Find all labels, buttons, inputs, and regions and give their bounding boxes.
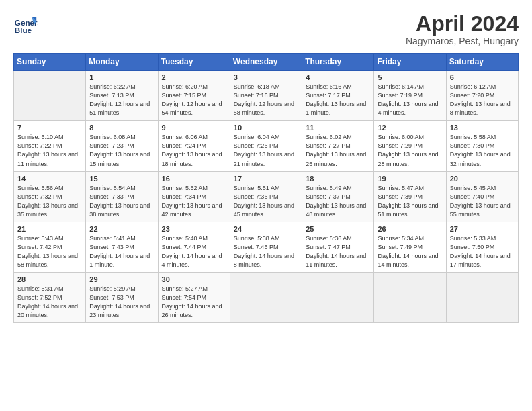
day-info: Sunrise: 5:45 AMSunset: 7:40 PMDaylight:… [450,185,511,218]
day-number: 13 [450,124,515,132]
calendar-cell: 20 Sunrise: 5:45 AMSunset: 7:40 PMDaylig… [446,171,518,222]
day-info: Sunrise: 5:34 AMSunset: 7:49 PMDaylight:… [378,235,438,268]
calendar-cell: 6 Sunrise: 6:12 AMSunset: 7:20 PMDayligh… [446,71,518,121]
day-number: 28 [17,275,82,283]
logo: General Blue [13,12,38,36]
day-info: Sunrise: 5:58 AMSunset: 7:30 PMDaylight:… [450,134,511,167]
calendar-week-1: 7 Sunrise: 6:10 AMSunset: 7:22 PMDayligh… [14,121,519,171]
calendar-week-3: 21 Sunrise: 5:43 AMSunset: 7:42 PMDaylig… [14,222,519,272]
col-friday: Friday [374,54,446,71]
day-number: 30 [162,275,226,283]
month-title: April 2024 [406,12,519,36]
day-info: Sunrise: 5:31 AMSunset: 7:52 PMDaylight:… [17,285,78,318]
day-info: Sunrise: 6:20 AMSunset: 7:15 PMDaylight:… [162,83,222,116]
day-number: 25 [306,225,370,233]
day-number: 22 [89,225,154,233]
calendar-cell: 9 Sunrise: 6:06 AMSunset: 7:24 PMDayligh… [158,121,230,171]
calendar-cell: 27 Sunrise: 5:33 AMSunset: 7:50 PMDaylig… [446,222,518,272]
calendar-cell: 15 Sunrise: 5:54 AMSunset: 7:33 PMDaylig… [86,171,158,222]
day-number: 27 [450,225,515,233]
day-info: Sunrise: 6:16 AMSunset: 7:17 PMDaylight:… [306,83,366,116]
col-thursday: Thursday [302,54,374,71]
day-number: 1 [89,73,154,81]
day-number: 14 [17,175,82,183]
day-number: 2 [162,73,226,81]
calendar-week-2: 14 Sunrise: 5:56 AMSunset: 7:32 PMDaylig… [14,171,519,222]
calendar-cell: 23 Sunrise: 5:40 AMSunset: 7:44 PMDaylig… [158,222,230,272]
subtitle: Nagymaros, Pest, Hungary [406,36,519,46]
calendar-cell: 13 Sunrise: 5:58 AMSunset: 7:30 PMDaylig… [446,121,518,171]
calendar-week-0: 1 Sunrise: 6:22 AMSunset: 7:13 PMDayligh… [14,71,519,121]
calendar-cell: 19 Sunrise: 5:47 AMSunset: 7:39 PMDaylig… [374,171,446,222]
calendar-cell [446,272,518,322]
calendar-cell: 22 Sunrise: 5:41 AMSunset: 7:43 PMDaylig… [86,222,158,272]
day-number: 21 [17,225,82,233]
day-number: 3 [234,73,298,81]
day-info: Sunrise: 5:41 AMSunset: 7:43 PMDaylight:… [89,235,150,268]
day-number: 9 [162,124,226,132]
day-info: Sunrise: 6:10 AMSunset: 7:22 PMDaylight:… [17,134,78,167]
day-info: Sunrise: 5:36 AMSunset: 7:47 PMDaylight:… [306,235,366,268]
day-info: Sunrise: 6:22 AMSunset: 7:13 PMDaylight:… [89,83,150,116]
day-info: Sunrise: 5:33 AMSunset: 7:50 PMDaylight:… [450,235,511,268]
day-info: Sunrise: 5:43 AMSunset: 7:42 PMDaylight:… [17,235,78,268]
day-number: 29 [89,275,154,283]
logo-icon: General Blue [13,12,38,36]
day-info: Sunrise: 6:12 AMSunset: 7:20 PMDaylight:… [450,83,511,116]
calendar-cell: 26 Sunrise: 5:34 AMSunset: 7:49 PMDaylig… [374,222,446,272]
calendar-cell: 12 Sunrise: 6:00 AMSunset: 7:29 PMDaylig… [374,121,446,171]
day-number: 7 [17,124,82,132]
calendar-cell [230,272,302,322]
calendar-cell [374,272,446,322]
day-number: 8 [89,124,154,132]
day-number: 4 [306,73,370,81]
col-sunday: Sunday [14,54,86,71]
calendar-cell: 24 Sunrise: 5:38 AMSunset: 7:46 PMDaylig… [230,222,302,272]
day-number: 16 [162,175,226,183]
calendar-cell: 18 Sunrise: 5:49 AMSunset: 7:37 PMDaylig… [302,171,374,222]
day-number: 5 [378,73,442,81]
day-number: 19 [378,175,442,183]
day-info: Sunrise: 6:08 AMSunset: 7:23 PMDaylight:… [89,134,150,167]
calendar-cell: 4 Sunrise: 6:16 AMSunset: 7:17 PMDayligh… [302,71,374,121]
col-monday: Monday [86,54,158,71]
calendar-cell: 17 Sunrise: 5:51 AMSunset: 7:36 PMDaylig… [230,171,302,222]
calendar-cell: 25 Sunrise: 5:36 AMSunset: 7:47 PMDaylig… [302,222,374,272]
col-wednesday: Wednesday [230,54,302,71]
calendar-cell: 1 Sunrise: 6:22 AMSunset: 7:13 PMDayligh… [86,71,158,121]
day-number: 17 [234,175,298,183]
day-info: Sunrise: 5:29 AMSunset: 7:53 PMDaylight:… [89,285,150,318]
day-number: 23 [162,225,226,233]
day-info: Sunrise: 5:47 AMSunset: 7:39 PMDaylight:… [378,185,438,218]
header-row: Sunday Monday Tuesday Wednesday Thursday… [14,54,519,71]
day-info: Sunrise: 6:06 AMSunset: 7:24 PMDaylight:… [162,134,222,167]
title-block: April 2024 Nagymaros, Pest, Hungary [406,12,519,46]
calendar-cell: 3 Sunrise: 6:18 AMSunset: 7:16 PMDayligh… [230,71,302,121]
col-tuesday: Tuesday [158,54,230,71]
calendar-cell: 8 Sunrise: 6:08 AMSunset: 7:23 PMDayligh… [86,121,158,171]
calendar-cell: 5 Sunrise: 6:14 AMSunset: 7:19 PMDayligh… [374,71,446,121]
day-info: Sunrise: 6:04 AMSunset: 7:26 PMDaylight:… [234,134,294,167]
calendar-cell [14,71,86,121]
day-number: 15 [89,175,154,183]
calendar-table: Sunday Monday Tuesday Wednesday Thursday… [13,53,519,323]
calendar-cell: 30 Sunrise: 5:27 AMSunset: 7:54 PMDaylig… [158,272,230,322]
day-number: 24 [234,225,298,233]
day-info: Sunrise: 5:40 AMSunset: 7:44 PMDaylight:… [162,235,222,268]
calendar-cell: 28 Sunrise: 5:31 AMSunset: 7:52 PMDaylig… [14,272,86,322]
day-number: 6 [450,73,515,81]
calendar-cell: 21 Sunrise: 5:43 AMSunset: 7:42 PMDaylig… [14,222,86,272]
calendar-week-4: 28 Sunrise: 5:31 AMSunset: 7:52 PMDaylig… [14,272,519,322]
day-info: Sunrise: 5:38 AMSunset: 7:46 PMDaylight:… [234,235,294,268]
day-number: 26 [378,225,442,233]
day-info: Sunrise: 5:49 AMSunset: 7:37 PMDaylight:… [306,185,366,218]
calendar-cell: 29 Sunrise: 5:29 AMSunset: 7:53 PMDaylig… [86,272,158,322]
calendar-cell: 11 Sunrise: 6:02 AMSunset: 7:27 PMDaylig… [302,121,374,171]
header: General Blue April 2024 Nagymaros, Pest,… [13,12,519,46]
col-saturday: Saturday [446,54,518,71]
day-number: 12 [378,124,442,132]
day-info: Sunrise: 5:51 AMSunset: 7:36 PMDaylight:… [234,185,294,218]
day-info: Sunrise: 6:14 AMSunset: 7:19 PMDaylight:… [378,83,438,116]
calendar-cell: 2 Sunrise: 6:20 AMSunset: 7:15 PMDayligh… [158,71,230,121]
day-number: 18 [306,175,370,183]
